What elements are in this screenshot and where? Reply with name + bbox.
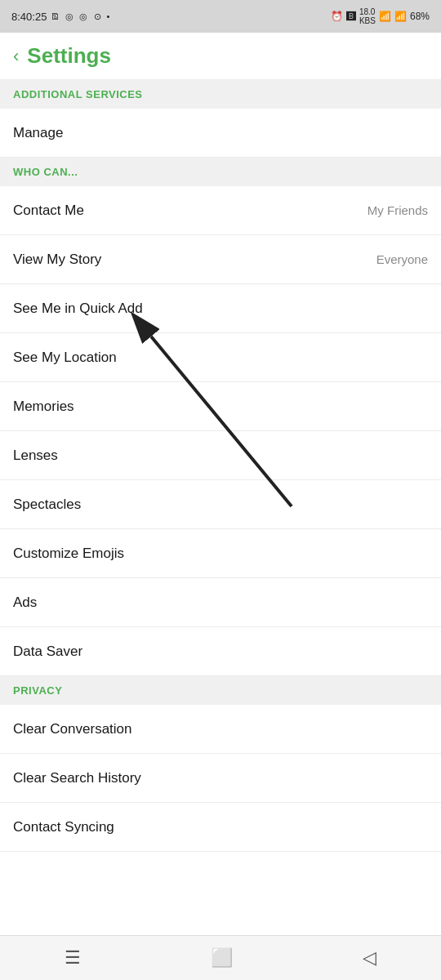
- status-left: 8:40:25 🖻 ◎ ◎ ⊙ •: [11, 11, 111, 23]
- alarm-icon: ⏰: [331, 11, 343, 22]
- list-item-1-1[interactable]: View My StoryEveryone: [0, 235, 441, 284]
- page-title: Settings: [27, 43, 111, 69]
- wifi-icon: 📶: [379, 11, 391, 22]
- battery-label: 68%: [410, 11, 430, 22]
- list-item-value-1-0: My Friends: [368, 203, 428, 217]
- list-item-0-0[interactable]: Manage: [0, 109, 441, 158]
- list-item-1-7[interactable]: Customize Emojis: [0, 529, 441, 578]
- section-header-0: ADDITIONAL SERVICES: [0, 80, 441, 109]
- list-item-label-1-0: Contact Me: [13, 203, 84, 219]
- list-item-value-1-1: Everyone: [376, 252, 428, 266]
- list-item-1-5[interactable]: Lenses: [0, 431, 441, 480]
- data-icon: 18.0KBS: [359, 7, 376, 25]
- status-bar: 8:40:25 🖻 ◎ ◎ ⊙ • ⏰ 🅱 18.0KBS 📶 📶 68%: [0, 0, 441, 33]
- list-item-1-8[interactable]: Ads: [0, 578, 441, 627]
- list-item-label-1-5: Lenses: [13, 448, 58, 464]
- list-item-label-1-9: Data Saver: [13, 644, 82, 660]
- content: ADDITIONAL SERVICESManageWHO CAN...Conta…: [0, 80, 441, 852]
- list-item-1-6[interactable]: Spectacles: [0, 480, 441, 529]
- list-item-1-2[interactable]: See Me in Quick Add: [0, 284, 441, 333]
- home-icon[interactable]: ⬜: [211, 947, 233, 969]
- list-item-label-1-4: Memories: [13, 399, 74, 415]
- list-item-1-0[interactable]: Contact MeMy Friends: [0, 186, 441, 235]
- list-item-1-3[interactable]: See My Location: [0, 333, 441, 382]
- back-button[interactable]: ‹: [13, 46, 19, 67]
- list-item-2-1[interactable]: Clear Search History: [0, 754, 441, 803]
- list-item-label-2-2: Contact Syncing: [13, 819, 114, 835]
- list-item-1-9[interactable]: Data Saver: [0, 627, 441, 676]
- section-header-1: WHO CAN...: [0, 158, 441, 186]
- menu-icon[interactable]: ☰: [65, 947, 81, 969]
- list-item-label-0-0: Manage: [13, 125, 63, 141]
- list-item-label-2-0: Clear Conversation: [13, 721, 132, 737]
- bluetooth-icon: 🅱: [346, 11, 356, 22]
- signal-icon: 📶: [394, 11, 407, 22]
- list-item-label-2-1: Clear Search History: [13, 770, 141, 786]
- section-header-2: PRIVACY: [0, 676, 441, 705]
- status-right: ⏰ 🅱 18.0KBS 📶 📶 68%: [331, 7, 430, 25]
- list-item-2-2[interactable]: Contact Syncing: [0, 803, 441, 852]
- header: ‹ Settings: [0, 33, 441, 80]
- list-item-label-1-7: Customize Emojis: [13, 546, 124, 562]
- back-icon[interactable]: ◁: [363, 947, 376, 969]
- list-item-2-0[interactable]: Clear Conversation: [0, 705, 441, 754]
- list-item-label-1-1: View My Story: [13, 252, 101, 268]
- list-item-label-1-2: See Me in Quick Add: [13, 301, 143, 317]
- bottom-nav: ☰ ⬜ ◁: [0, 935, 441, 980]
- list-item-label-1-3: See My Location: [13, 350, 117, 366]
- status-icons: 🖻 ◎ ◎ ⊙ •: [51, 11, 111, 22]
- time: 8:40:25: [11, 11, 47, 23]
- list-item-1-4[interactable]: Memories: [0, 382, 441, 431]
- list-item-label-1-8: Ads: [13, 595, 37, 611]
- page-wrapper: 8:40:25 🖻 ◎ ◎ ⊙ • ⏰ 🅱 18.0KBS 📶 📶 68% ‹ …: [0, 0, 441, 980]
- list-item-label-1-6: Spectacles: [13, 497, 81, 513]
